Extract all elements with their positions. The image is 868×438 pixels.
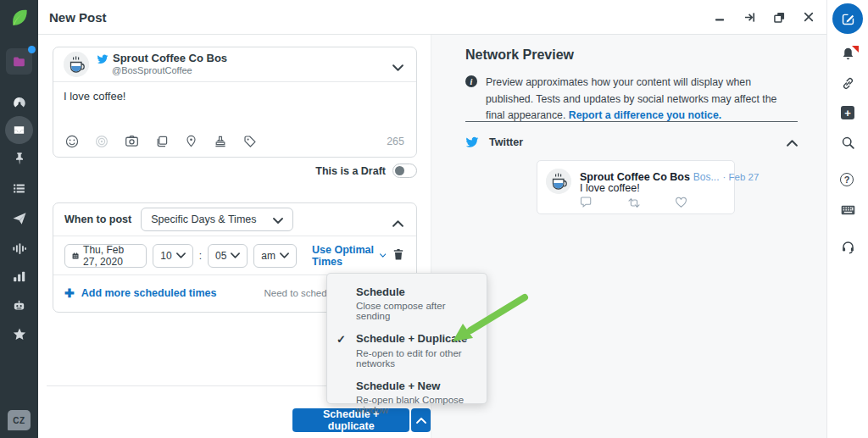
- minute-value: 05: [215, 250, 226, 262]
- report-difference-link[interactable]: Report a difference you notice.: [569, 109, 721, 121]
- menu-item-schedule-duplicate[interactable]: ✓ Schedule + Duplicate Re-open to edit f…: [327, 332, 487, 368]
- twitter-preview-section-header: Twitter: [465, 132, 798, 152]
- date-value: Thu, Feb 27, 2020: [83, 244, 139, 268]
- minute-select[interactable]: 05: [208, 244, 248, 268]
- collapse-section-icon[interactable]: [787, 135, 798, 150]
- page-title: New Post: [49, 10, 107, 25]
- tweet-body: I love coffee!: [580, 182, 640, 194]
- sidebar-item-smart-inbox-active[interactable]: [5, 116, 33, 144]
- add-more-times-link[interactable]: ✚ Add more scheduled times: [64, 286, 217, 300]
- support-button[interactable]: [840, 239, 856, 255]
- sidebar-item-influencers[interactable]: [11, 326, 27, 342]
- meridiem-select[interactable]: am: [253, 244, 297, 268]
- sidebar-item-dashboard[interactable]: [11, 94, 27, 110]
- schedule-options-menu: Schedule Close compose after sending ✓ S…: [326, 273, 487, 404]
- when-to-post-label: When to post: [64, 213, 131, 225]
- tweet-display-name: Sprout Coffee Co Bos: [580, 171, 690, 183]
- link-shortener-button[interactable]: [840, 75, 856, 91]
- hour-select[interactable]: 10: [153, 244, 192, 268]
- keyboard-icon: [841, 205, 855, 215]
- twitter-icon: [97, 53, 108, 65]
- menu-item-schedule-new[interactable]: Schedule + New Re-open blank Compose win…: [327, 380, 487, 415]
- use-optimal-times-link[interactable]: Use Optimal Times: [312, 244, 386, 268]
- tweet-avatar: [546, 169, 571, 194]
- chevron-up-icon: [416, 418, 426, 424]
- search-icon: [841, 136, 855, 150]
- account-avatar: [64, 52, 89, 77]
- paper-plane-icon: [12, 211, 27, 226]
- sidebar-item-automation[interactable]: [11, 297, 27, 313]
- media-library-icon[interactable]: [155, 135, 169, 148]
- alert-badge: [852, 46, 859, 53]
- gif-icon: [95, 135, 108, 148]
- meridiem-value: am: [261, 250, 275, 262]
- location-icon[interactable]: [185, 135, 198, 147]
- preview-disclaimer: i Preview approximates how your content …: [465, 75, 798, 125]
- plus-icon: ✚: [64, 286, 75, 300]
- message-input[interactable]: I love coffee!: [53, 82, 416, 126]
- calendar-icon: [72, 251, 79, 261]
- compose-icon: [841, 12, 855, 26]
- notification-dot: [28, 46, 36, 53]
- bar-chart-icon: [12, 269, 26, 284]
- delete-time-button[interactable]: [392, 247, 405, 264]
- approval-stamp-icon[interactable]: [214, 135, 227, 148]
- collapse-section-icon[interactable]: [392, 215, 403, 230]
- add-more-times-label: Add more scheduled times: [81, 287, 217, 299]
- popout-button[interactable]: [743, 11, 755, 23]
- tag-icon[interactable]: [243, 135, 257, 148]
- chevron-down-icon: [273, 212, 283, 227]
- sidebar-item-listening[interactable]: [11, 241, 27, 257]
- twitter-icon: [465, 136, 479, 149]
- hour-value: 10: [160, 250, 171, 262]
- network-preview-panel: Network Preview i Preview approximates h…: [431, 35, 826, 438]
- tweet-timestamp: · Feb 27: [723, 172, 760, 182]
- folder-icon: [12, 54, 26, 69]
- link-icon: [841, 76, 855, 91]
- draft-toggle[interactable]: [392, 164, 417, 178]
- menu-item-title: Schedule + New: [356, 380, 475, 393]
- draft-toggle-label: This is a Draft: [315, 165, 386, 177]
- reply-icon: [580, 197, 593, 209]
- tweet-preview-card: Sprout Coffee Co BosBos...· Feb 27 I lov…: [537, 160, 735, 214]
- chevron-down-icon[interactable]: [392, 59, 403, 75]
- close-icon[interactable]: [803, 11, 815, 23]
- menu-item-schedule[interactable]: Schedule Close compose after sending: [327, 286, 487, 321]
- menu-item-subtitle: Re-open blank Compose window: [356, 395, 475, 415]
- waveform-icon: [12, 241, 26, 256]
- inbox-icon: [12, 123, 26, 137]
- menu-item-title: Schedule + Duplicate: [356, 332, 475, 346]
- right-utility-rail: + ?: [826, 0, 868, 438]
- menu-item-title: Schedule: [356, 286, 475, 299]
- list-icon: [12, 181, 26, 196]
- duplicate-window-button[interactable]: [773, 11, 785, 23]
- sidebar-item-pinned[interactable]: [11, 150, 27, 166]
- emoji-icon[interactable]: [65, 135, 79, 148]
- sidebar-item-feeds[interactable]: [11, 180, 27, 197]
- help-button[interactable]: ?: [840, 173, 854, 186]
- trash-icon: [392, 247, 405, 261]
- character-count: 265: [387, 136, 404, 147]
- sprout-logo-icon[interactable]: [8, 7, 31, 29]
- headset-icon: [841, 240, 855, 254]
- compose-new-button[interactable]: [832, 3, 863, 34]
- menu-item-subtitle: Close compose after sending: [356, 301, 475, 321]
- tweet-handle: Bos...: [693, 171, 720, 183]
- like-icon: [675, 197, 687, 209]
- draft-toggle-row: This is a Draft: [315, 164, 417, 178]
- optimal-times-label: Use Optimal Times: [312, 244, 377, 268]
- keyboard-shortcuts-button[interactable]: [840, 202, 856, 218]
- add-button[interactable]: +: [841, 106, 854, 119]
- account-selector[interactable]: Sprout Coffee Co Bos @BosSproutCoffee: [53, 47, 416, 82]
- search-button[interactable]: [840, 135, 856, 151]
- sidebar-item-reports[interactable]: [11, 269, 27, 285]
- sidebar-item-publishing[interactable]: [11, 210, 27, 226]
- compose-window-header: New Post: [38, 0, 826, 35]
- pushpin-icon: [13, 152, 26, 165]
- camera-icon[interactable]: [125, 134, 139, 148]
- minimize-button[interactable]: [714, 11, 726, 23]
- date-picker[interactable]: Thu, Feb 27, 2020: [64, 244, 147, 268]
- user-avatar[interactable]: CZ: [8, 410, 31, 430]
- menu-item-subtitle: Re-open to edit for other networks: [356, 348, 475, 369]
- when-to-post-select[interactable]: Specific Days & Times: [141, 208, 293, 231]
